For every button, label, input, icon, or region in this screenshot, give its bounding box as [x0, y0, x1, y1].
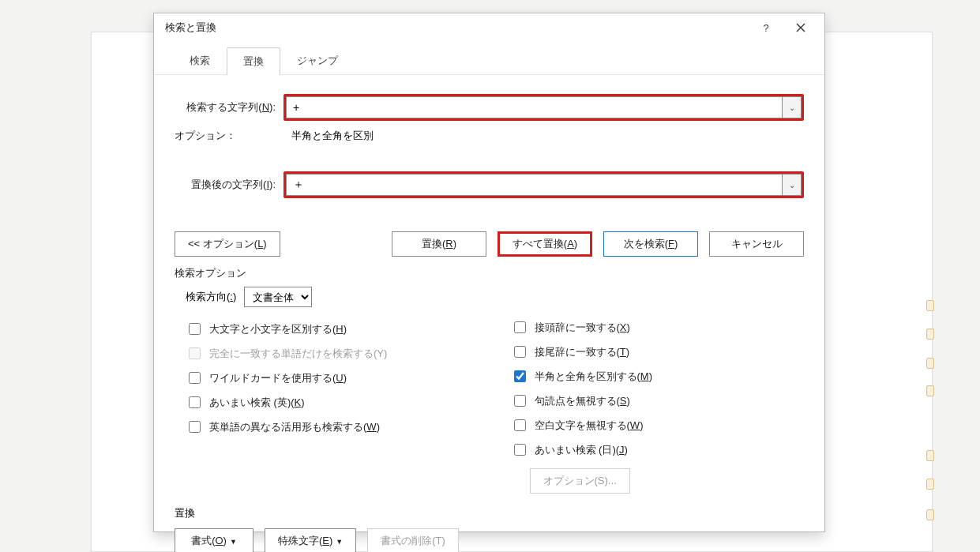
whole-word-label: 完全に一致する単語だけを検索する(Y) [209, 347, 387, 361]
fuzzy-ja-options-button: オプション(S)... [530, 468, 630, 494]
match-case-checkbox[interactable]: 大文字と小文字を区別する(H) [186, 317, 479, 341]
ignore-punct-checkbox[interactable]: 句読点を無視する(S) [511, 389, 805, 413]
find-dropdown[interactable]: ⌄ [782, 97, 801, 118]
option-note-value: 半角と全角を区別 [291, 129, 374, 143]
button-row: << オプション(L) 置換(R) すべて置換(A) 次を検索(F) キャンセル [154, 209, 824, 265]
cancel-button[interactable]: キャンセル [709, 231, 804, 257]
paragraph-mark [926, 450, 934, 461]
match-case-input[interactable] [189, 323, 201, 335]
match-case-label: 大文字と小文字を区別する(H) [209, 322, 347, 336]
match-suffix-input[interactable] [514, 346, 526, 358]
paragraph-mark [926, 300, 934, 311]
tab-jump[interactable]: ジャンプ [280, 47, 355, 74]
fuzzy-ja-checkbox[interactable]: あいまい検索 (日)(J) [511, 437, 805, 462]
chevron-down-icon: ▼ [230, 538, 237, 546]
paragraph-mark [926, 385, 934, 396]
fuzzy-en-label: あいまい検索 (英)(K) [209, 396, 305, 410]
search-direction-select[interactable]: 文書全体 [244, 287, 312, 307]
match-prefix-label: 接頭辞に一致する(X) [535, 321, 630, 335]
wildcard-label: ワイルドカードを使用する(U) [209, 371, 347, 385]
footer-area: 置換 書式(O)▼ 特殊文字(E)▼ 書式の削除(T) [154, 501, 824, 552]
footer-title: 置換 [175, 506, 804, 520]
chevron-down-icon: ⌄ [789, 103, 795, 112]
option-note-label: オプション： [175, 129, 291, 143]
less-options-button[interactable]: << オプション(L) [175, 231, 280, 257]
fuzzy-en-checkbox[interactable]: あいまい検索 (英)(K) [186, 390, 479, 415]
ignore-punct-label: 句読点を無視する(S) [535, 394, 630, 408]
tab-search[interactable]: 検索 [173, 47, 227, 74]
search-direction-label: 検索方向(:) [186, 290, 236, 304]
fuzzy-ja-label: あいまい検索 (日)(J) [535, 443, 628, 457]
special-button[interactable]: 特殊文字(E)▼ [265, 528, 356, 552]
replace-label: 置換後の文字列(I): [175, 178, 283, 192]
close-icon [796, 23, 805, 32]
chevron-down-icon: ▼ [336, 538, 343, 546]
search-options-title: 検索オプション [154, 265, 824, 282]
match-suffix-label: 接尾辞に一致する(T) [535, 345, 630, 359]
tab-strip: 検索 置換 ジャンプ [154, 42, 824, 75]
paragraph-mark [926, 329, 934, 340]
wildcard-input[interactable] [189, 372, 201, 384]
match-prefix-input[interactable] [514, 321, 526, 333]
wildcard-checkbox[interactable]: ワイルドカードを使用する(U) [186, 366, 479, 390]
ignore-space-checkbox[interactable]: 空白文字を無視する(W) [511, 413, 805, 437]
clear-format-button: 書式の削除(T) [367, 528, 459, 552]
match-width-input[interactable] [514, 370, 526, 382]
replace-input[interactable] [287, 175, 782, 195]
match-width-label: 半角と全角を区別する(M) [535, 370, 653, 384]
whole-word-input [189, 347, 201, 359]
search-options-panel: 検索方向(:) 文書全体 大文字と小文字を区別する(H) 完全に一致する単語だけ… [154, 282, 824, 501]
replace-field-highlight: ⌄ [283, 171, 804, 198]
form-area: 検索する文字列(N): ⌄ オプション： 半角と全角を区別 置換後の文字列(I)… [154, 75, 824, 209]
word-forms-checkbox[interactable]: 英単語の異なる活用形も検索する(W) [186, 415, 479, 439]
search-direction-row: 検索方向(:) 文書全体 [186, 287, 479, 307]
find-next-button[interactable]: 次を検索(F) [603, 231, 698, 257]
word-forms-label: 英単語の異なる活用形も検索する(W) [209, 420, 380, 434]
options-right-column: 接頭辞に一致する(X) 接尾辞に一致する(T) 半角と全角を区別する(M) 句読… [511, 287, 805, 494]
replace-combo[interactable]: ⌄ [286, 174, 802, 196]
paragraph-mark [926, 509, 934, 520]
ignore-space-label: 空白文字を無視する(W) [535, 419, 644, 433]
find-field-highlight: ⌄ [283, 94, 804, 121]
dialog-title: 検索と置換 [165, 21, 749, 35]
paragraph-mark [926, 358, 934, 369]
tab-replace[interactable]: 置換 [227, 47, 280, 75]
find-replace-dialog: 検索と置換 ? 検索 置換 ジャンプ 検索する文字列(N): ⌄ オプション： … [153, 13, 825, 532]
paragraph-mark [926, 479, 934, 490]
fuzzy-ja-input[interactable] [514, 444, 526, 456]
find-input[interactable] [287, 97, 782, 118]
ignore-space-input[interactable] [514, 419, 526, 431]
close-button[interactable] [783, 16, 818, 39]
find-label: 検索する文字列(N): [175, 100, 283, 115]
match-width-checkbox[interactable]: 半角と全角を区別する(M) [511, 364, 805, 389]
match-suffix-checkbox[interactable]: 接尾辞に一致する(T) [511, 340, 805, 364]
find-combo[interactable]: ⌄ [286, 96, 802, 118]
format-button[interactable]: 書式(O)▼ [175, 528, 253, 552]
help-button[interactable]: ? [749, 16, 783, 39]
word-forms-input[interactable] [189, 421, 201, 433]
ignore-punct-input[interactable] [514, 395, 526, 407]
options-left-column: 検索方向(:) 文書全体 大文字と小文字を区別する(H) 完全に一致する単語だけ… [186, 287, 479, 494]
chevron-down-icon: ⌄ [789, 181, 795, 190]
whole-word-checkbox: 完全に一致する単語だけを検索する(Y) [186, 341, 479, 366]
match-prefix-checkbox[interactable]: 接頭辞に一致する(X) [511, 315, 805, 340]
fuzzy-en-input[interactable] [189, 396, 201, 408]
dialog-titlebar: 検索と置換 ? [154, 13, 824, 42]
replace-all-button[interactable]: すべて置換(A) [498, 231, 592, 257]
replace-button[interactable]: 置換(R) [392, 231, 486, 257]
replace-dropdown[interactable]: ⌄ [782, 175, 801, 195]
